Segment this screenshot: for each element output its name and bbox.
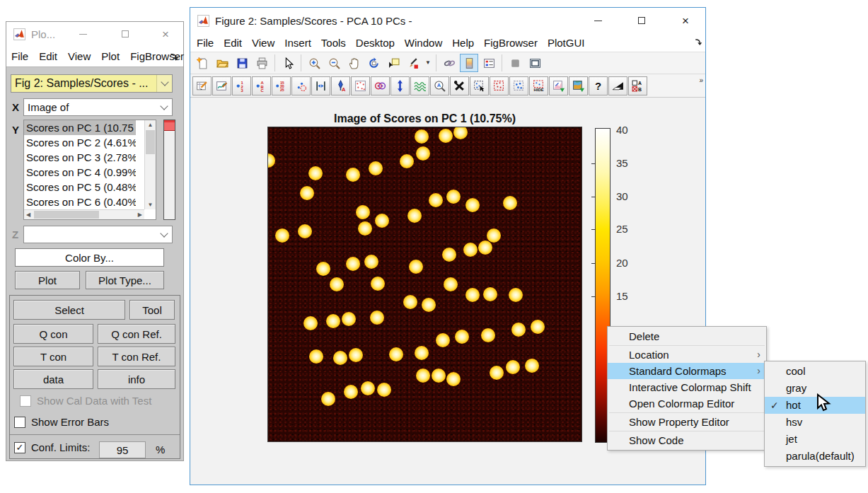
score-image[interactable] bbox=[267, 127, 582, 442]
tool-button[interactable]: Tool bbox=[129, 300, 175, 320]
show-error-bars-checkbox-row[interactable]: Show Error Bars bbox=[14, 416, 109, 428]
context-menu-item-location[interactable]: Location› bbox=[608, 347, 766, 363]
zoom-out-icon[interactable] bbox=[325, 54, 343, 72]
brush-dropdown-icon[interactable]: ▼ bbox=[424, 54, 432, 72]
scroll-up-icon[interactable]: ▲ bbox=[145, 122, 156, 128]
set-number-labels-icon[interactable]: 123 bbox=[232, 76, 251, 95]
close-button[interactable]: × bbox=[151, 22, 180, 46]
close-button[interactable]: × bbox=[671, 8, 700, 33]
conf-limits-checkbox[interactable]: ✓ bbox=[14, 442, 25, 453]
conf-limits-value-field[interactable] bbox=[99, 441, 146, 458]
context-menu-item-standard-colormaps[interactable]: Standard Colormaps› bbox=[608, 363, 766, 379]
y-vertical-scrollbar[interactable]: ▲▼ bbox=[144, 120, 156, 209]
autoscale-y-icon[interactable] bbox=[390, 76, 410, 95]
fig-menu-view[interactable]: View bbox=[252, 37, 274, 49]
insert-legend-icon[interactable] bbox=[480, 54, 498, 72]
set-text-labels-icon[interactable]: ABC bbox=[252, 76, 271, 95]
y-list-item[interactable]: Scores on PC 4 (0.99% bbox=[24, 165, 136, 180]
confidence-ellipses-icon[interactable] bbox=[371, 76, 390, 95]
select-mode-icon[interactable] bbox=[470, 76, 489, 95]
context-menu-item-delete[interactable]: Delete bbox=[608, 328, 766, 344]
menu-overflow-arrow-icon[interactable] bbox=[169, 52, 179, 62]
y-list-item[interactable]: Scores on PC 1 (10.75 bbox=[24, 120, 136, 135]
fig-menu-insert[interactable]: Insert bbox=[284, 37, 311, 49]
submenu-item-jet[interactable]: jet bbox=[765, 431, 865, 448]
maximize-button[interactable] bbox=[627, 8, 656, 33]
zoom-in-icon[interactable] bbox=[305, 54, 323, 72]
axis-limits-icon[interactable] bbox=[311, 76, 330, 95]
minimize-button[interactable] bbox=[69, 22, 97, 46]
context-menu-item-show-property-editor[interactable]: Show Property Editor bbox=[608, 414, 766, 430]
color-by-button[interactable]: Color By... bbox=[15, 248, 164, 267]
z-axis-dropdown[interactable] bbox=[23, 226, 173, 243]
compare-ab-icon[interactable]: AB bbox=[628, 76, 647, 95]
submenu-item-cool[interactable]: cool bbox=[765, 363, 865, 380]
figure-selector-dropdown[interactable]: Fig 2: Samples/Scores - ... bbox=[11, 74, 173, 93]
pc-menu-plot[interactable]: Plot bbox=[101, 50, 120, 62]
data-button[interactable]: data bbox=[13, 369, 93, 389]
plot-properties-icon[interactable] bbox=[212, 76, 231, 95]
pointer-icon[interactable] bbox=[279, 54, 297, 72]
export-plot-icon[interactable] bbox=[549, 76, 568, 95]
y-slider-handle[interactable] bbox=[164, 120, 175, 131]
context-menu-item-open-colormap-editor[interactable]: Open Colormap Editor bbox=[608, 395, 766, 412]
fig-menu-desktop[interactable]: Desktop bbox=[356, 37, 395, 49]
y-listbox[interactable]: Scores on PC 1 (10.75Scores on PC 2 (4.6… bbox=[23, 120, 156, 220]
brush-icon[interactable] bbox=[404, 54, 422, 72]
rotate-3d-icon[interactable] bbox=[364, 54, 383, 72]
t-con-button[interactable]: T con bbox=[13, 347, 93, 366]
help-icon[interactable]: ? bbox=[589, 76, 608, 95]
maximize-button[interactable] bbox=[111, 22, 139, 46]
t-con-ref-button[interactable]: T con Ref. bbox=[98, 347, 175, 366]
y-horizontal-scrollbar[interactable]: ◀▶ bbox=[24, 209, 144, 219]
data-cursor-icon[interactable] bbox=[384, 54, 403, 72]
fig-menu-figbrowser[interactable]: FigBrowser bbox=[484, 37, 538, 49]
scroll-down-icon[interactable]: ▼ bbox=[145, 202, 156, 208]
minimize-button[interactable] bbox=[584, 8, 612, 33]
context-menu-item-show-code[interactable]: Show Code bbox=[608, 432, 766, 448]
view-spectra-icon[interactable] bbox=[410, 76, 429, 95]
context-menu-item-interactive-colormap-shift[interactable]: Interactive Colormap Shift bbox=[608, 379, 766, 395]
plot-type-button[interactable]: Plot Type... bbox=[86, 271, 164, 289]
select-button[interactable]: Select bbox=[13, 300, 125, 320]
fig-menu-file[interactable]: File bbox=[197, 37, 214, 49]
x-axis-dropdown[interactable]: Image of bbox=[23, 98, 173, 116]
set-axis-labels-icon[interactable]: 152025 bbox=[272, 76, 291, 95]
q-con-ref-button[interactable]: Q con Ref. bbox=[98, 324, 175, 344]
y-slider[interactable] bbox=[163, 120, 175, 220]
annotate-icon[interactable]: A bbox=[331, 76, 350, 95]
hide-selection-icon[interactable]: HIDE bbox=[529, 76, 548, 95]
export-image-icon[interactable] bbox=[569, 76, 588, 95]
submenu-item-hsv[interactable]: hsv bbox=[765, 414, 865, 431]
print-figure-icon[interactable] bbox=[253, 54, 271, 72]
fig-menu-help[interactable]: Help bbox=[452, 37, 474, 49]
new-figure-icon[interactable] bbox=[193, 54, 212, 72]
pc-menu-file[interactable]: File bbox=[11, 50, 28, 62]
conf-limits-checkbox-row[interactable]: ✓ Conf. Limits: bbox=[14, 441, 90, 453]
contrast-tool-icon[interactable] bbox=[608, 76, 627, 95]
fig-menu-plotgui[interactable]: PlotGUI bbox=[548, 37, 585, 49]
link-plot-icon[interactable] bbox=[440, 54, 458, 72]
scroll-right-icon[interactable]: ▶ bbox=[138, 211, 142, 218]
menu-overflow-arrow-icon[interactable] bbox=[694, 37, 702, 46]
fig-menu-tools[interactable]: Tools bbox=[321, 37, 346, 49]
y-list-item[interactable]: Scores on PC 2 (4.61% bbox=[24, 135, 136, 150]
blank-button-icon[interactable] bbox=[506, 54, 524, 72]
pc-menu-view[interactable]: View bbox=[68, 50, 91, 62]
select-class-mode-icon[interactable] bbox=[490, 76, 509, 95]
y-list-item[interactable]: Scores on PC 5 (0.48% bbox=[24, 180, 136, 195]
y-list-item[interactable]: Scores on PC 3 (2.78% bbox=[24, 150, 136, 165]
edit-plotted-data-icon[interactable] bbox=[192, 76, 212, 95]
fig-menu-edit[interactable]: Edit bbox=[224, 37, 242, 49]
show-error-bars-checkbox[interactable] bbox=[14, 417, 25, 428]
pc-menu-edit[interactable]: Edit bbox=[39, 50, 57, 62]
toolbar-overflow-icon[interactable]: » bbox=[699, 76, 703, 84]
select-classes-icon[interactable] bbox=[291, 76, 311, 95]
y-list-item[interactable]: Scores on PC 6 (0.40% bbox=[24, 195, 136, 209]
pan-icon[interactable] bbox=[345, 54, 363, 72]
open-file-icon[interactable] bbox=[213, 54, 231, 72]
submenu-item-parula-default[interactable]: parula(default) bbox=[765, 448, 865, 465]
save-figure-icon[interactable] bbox=[233, 54, 251, 72]
info-button[interactable]: info bbox=[98, 369, 175, 389]
declutter-labels-icon[interactable] bbox=[351, 76, 370, 95]
